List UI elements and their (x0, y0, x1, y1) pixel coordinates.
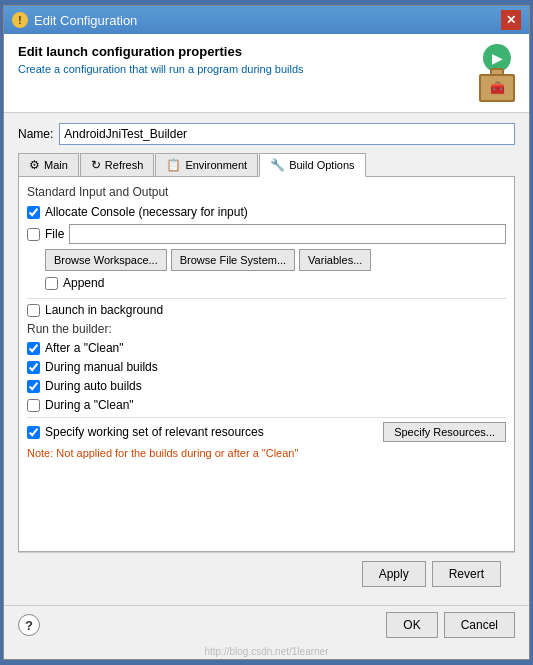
specify-resources-button[interactable]: Specify Resources... (383, 422, 506, 442)
during-manual-row: During manual builds (27, 360, 506, 374)
browse-filesystem-button[interactable]: Browse File System... (171, 249, 295, 271)
header-icon-group: ▶ 🧰 (479, 44, 515, 102)
append-row: Append (45, 276, 506, 290)
specify-row: Specify working set of relevant resource… (27, 422, 506, 442)
ok-cancel-group: OK Cancel (386, 612, 515, 638)
tab-content-build-options: Standard Input and Output Allocate Conso… (18, 177, 515, 552)
file-checkbox[interactable] (27, 228, 40, 241)
header-section: Edit launch configuration properties Cre… (4, 34, 529, 113)
after-clean-checkbox[interactable] (27, 342, 40, 355)
after-clean-label: After a "Clean" (45, 341, 124, 355)
note-text: Note: Not applied for the builds during … (27, 447, 506, 459)
ok-button[interactable]: OK (386, 612, 437, 638)
name-row: Name: (18, 123, 515, 145)
watermark: http://blog.csdn.net/1learner (4, 644, 529, 659)
launch-bg-label: Launch in background (45, 303, 163, 317)
cancel-button[interactable]: Cancel (444, 612, 515, 638)
allocate-console-checkbox[interactable] (27, 206, 40, 219)
ok-cancel-bar: ? OK Cancel (4, 605, 529, 644)
launch-bg-checkbox[interactable] (27, 304, 40, 317)
after-clean-row: After a "Clean" (27, 341, 506, 355)
allocate-console-row: Allocate Console (necessary for input) (27, 205, 506, 219)
file-row: File (27, 224, 506, 244)
browse-workspace-button[interactable]: Browse Workspace... (45, 249, 167, 271)
toolbox-icon: 🧰 (479, 74, 515, 102)
during-auto-checkbox[interactable] (27, 380, 40, 393)
file-path-input[interactable] (69, 224, 506, 244)
during-manual-label: During manual builds (45, 360, 158, 374)
during-clean-label: During a "Clean" (45, 398, 134, 412)
main-window: ! Edit Configuration ✕ Edit launch confi… (3, 5, 530, 660)
tab-build-options-label: Build Options (289, 159, 354, 171)
build-options-tab-icon: 🔧 (270, 158, 285, 172)
allocate-console-label: Allocate Console (necessary for input) (45, 205, 248, 219)
close-button[interactable]: ✕ (501, 10, 521, 30)
during-auto-label: During auto builds (45, 379, 142, 393)
refresh-tab-icon: ↻ (91, 158, 101, 172)
header-text: Edit launch configuration properties Cre… (18, 44, 304, 75)
window-title: Edit Configuration (34, 13, 137, 28)
tab-refresh[interactable]: ↻ Refresh (80, 153, 155, 176)
tab-build-options[interactable]: 🔧 Build Options (259, 153, 365, 177)
tab-environment-label: Environment (185, 159, 247, 171)
title-bar-left: ! Edit Configuration (12, 12, 137, 28)
warning-icon: ! (12, 12, 28, 28)
header-title: Edit launch configuration properties (18, 44, 304, 59)
divider (27, 298, 506, 299)
file-buttons-row: Browse Workspace... Browse File System..… (45, 249, 506, 271)
revert-button[interactable]: Revert (432, 561, 501, 587)
title-bar: ! Edit Configuration ✕ (4, 6, 529, 34)
apply-revert-bar: Apply Revert (18, 552, 515, 595)
tab-main[interactable]: ⚙ Main (18, 153, 79, 176)
main-tab-icon: ⚙ (29, 158, 40, 172)
run-builder-label: Run the builder: (27, 322, 506, 336)
during-clean-row: During a "Clean" (27, 398, 506, 412)
file-label: File (45, 227, 64, 241)
main-content: Name: ⚙ Main ↻ Refresh 📋 Environment 🔧 B… (4, 113, 529, 605)
variables-button[interactable]: Variables... (299, 249, 371, 271)
tabs-bar: ⚙ Main ↻ Refresh 📋 Environment 🔧 Build O… (18, 153, 515, 177)
specify-left: Specify working set of relevant resource… (27, 425, 264, 439)
std-io-label: Standard Input and Output (27, 185, 506, 199)
name-label: Name: (18, 127, 53, 141)
tab-environment[interactable]: 📋 Environment (155, 153, 258, 176)
help-icon[interactable]: ? (18, 614, 40, 636)
apply-button[interactable]: Apply (362, 561, 426, 587)
tab-main-label: Main (44, 159, 68, 171)
append-label: Append (63, 276, 104, 290)
name-input[interactable] (59, 123, 515, 145)
during-clean-checkbox[interactable] (27, 399, 40, 412)
divider2 (27, 417, 506, 418)
during-auto-row: During auto builds (27, 379, 506, 393)
header-subtitle: Create a configuration that will run a p… (18, 63, 304, 75)
tab-refresh-label: Refresh (105, 159, 144, 171)
specify-label: Specify working set of relevant resource… (45, 425, 264, 439)
environment-tab-icon: 📋 (166, 158, 181, 172)
specify-checkbox[interactable] (27, 426, 40, 439)
append-checkbox[interactable] (45, 277, 58, 290)
during-manual-checkbox[interactable] (27, 361, 40, 374)
toolbox-handle (490, 68, 504, 76)
launch-bg-row: Launch in background (27, 303, 506, 317)
